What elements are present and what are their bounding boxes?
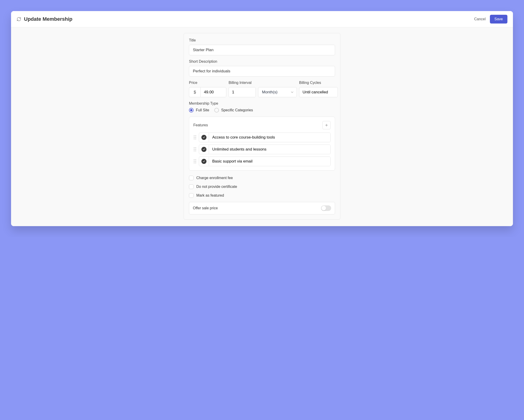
radio-full-site-label: Full Site [196,108,209,112]
checkbox-enrollment-fee[interactable]: Charge enrollment fee [189,176,335,180]
svg-point-10 [194,149,194,150]
header-actions: Cancel Save [474,15,507,24]
add-feature-button[interactable] [322,121,331,129]
plus-icon [325,123,328,127]
title-input[interactable] [189,45,335,55]
price-input[interactable] [201,87,226,97]
cycles-label: Billing Cycles [299,81,338,85]
svg-point-7 [195,139,196,139]
offer-sale-row: Offer sale price [189,202,335,214]
interval-unit-value: Month(s) [258,87,297,97]
feature-main [199,157,331,166]
radio-full-site[interactable]: Full Site [189,108,209,113]
check-icon [201,135,207,140]
svg-point-3 [195,135,196,136]
checkbox-box [189,176,193,180]
title-label: Title [189,38,335,42]
save-button[interactable]: Save [490,15,507,24]
toggle-knob [322,206,326,210]
cancel-button[interactable]: Cancel [474,17,486,21]
interval-label: Billing Interval [229,81,297,85]
svg-point-17 [195,161,196,161]
feature-main [199,144,331,154]
feature-text-input[interactable] [209,157,331,166]
feature-check-toggle[interactable] [199,157,209,166]
billing-row: Price $ Billing Interval Month(s) [189,81,335,97]
features-title: Features [193,123,208,127]
check-icon [201,159,207,164]
currency-prefix: $ [189,87,201,97]
radio-circle [214,108,219,113]
svg-point-9 [195,148,196,148]
drag-handle-icon[interactable] [193,147,197,152]
feature-main [199,133,331,142]
page-title: Update Membership [24,16,72,22]
svg-point-19 [195,162,196,163]
cycles-input[interactable] [299,87,338,97]
checkbox-label: Mark as featured [196,193,224,197]
membership-type-label: Membership Type [189,101,335,106]
price-label: Price [189,81,226,85]
svg-point-16 [194,161,194,161]
svg-point-14 [194,160,194,160]
svg-point-2 [194,135,194,136]
checkbox-mark-featured[interactable]: Mark as featured [189,193,335,198]
svg-point-18 [194,162,194,163]
price-col: Price $ [189,81,226,97]
refresh-icon [17,17,21,21]
checkbox-no-certificate[interactable]: Do not provide certificate [189,184,335,189]
cycles-col: Billing Cycles [299,81,338,97]
feature-check-toggle[interactable] [199,145,209,154]
feature-text-input[interactable] [209,133,331,142]
check-icon [201,147,207,152]
features-box: Features [189,117,335,170]
checkbox-box [189,193,193,198]
header-left: Update Membership [17,16,72,22]
form-panel: Title Short Description Price $ Billing … [184,33,340,220]
offer-sale-toggle[interactable] [321,206,331,211]
radio-circle-selected [189,108,193,113]
dialog-card: Update Membership Cancel Save Title Shor… [11,11,513,226]
feature-check-toggle[interactable] [199,133,209,142]
interval-input[interactable] [229,87,256,97]
svg-point-8 [194,148,194,148]
svg-point-12 [194,151,194,151]
drag-handle-icon[interactable] [193,159,197,163]
checkbox-label: Charge enrollment fee [196,176,233,180]
svg-point-5 [195,137,196,138]
interval-unit-select[interactable]: Month(s) [258,87,297,97]
svg-point-15 [195,160,196,160]
short-desc-input[interactable] [189,66,335,77]
checkbox-label: Do not provide certificate [196,185,237,189]
radio-specific-categories[interactable]: Specific Categories [214,108,253,113]
radio-specific-label: Specific Categories [221,108,253,112]
svg-point-13 [195,151,196,151]
drag-handle-icon[interactable] [193,135,197,139]
dialog-header: Update Membership Cancel Save [11,11,513,27]
checkbox-box [189,184,193,189]
features-head: Features [193,121,331,129]
membership-type-radios: Full Site Specific Categories [189,108,335,113]
short-desc-label: Short Description [189,60,335,64]
svg-point-4 [194,137,194,138]
svg-point-6 [194,139,194,139]
feature-text-input[interactable] [209,145,331,154]
dialog-body: Title Short Description Price $ Billing … [11,27,513,226]
price-group: $ [189,87,226,97]
offer-sale-label: Offer sale price [193,206,218,210]
feature-row [193,133,331,142]
feature-row [193,157,331,166]
interval-col: Billing Interval Month(s) [229,81,297,97]
feature-row [193,144,331,154]
svg-point-11 [195,149,196,150]
